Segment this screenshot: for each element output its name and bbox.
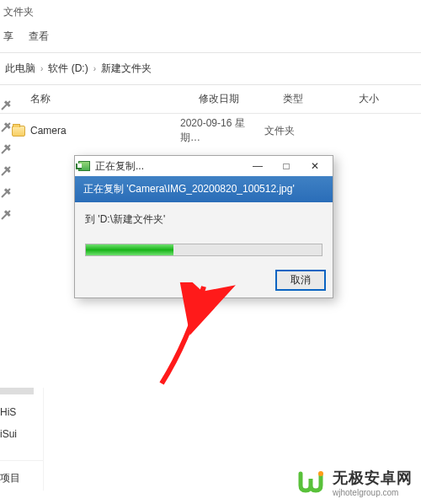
- svg-point-0: [318, 471, 323, 476]
- ribbon-share[interactable]: 享: [3, 29, 13, 44]
- watermark-subtitle: wjhotelgroup.com: [333, 488, 413, 497]
- column-headers: 名称 修改日期 类型 大小: [0, 85, 421, 114]
- cancel-button[interactable]: 取消: [275, 270, 326, 291]
- copy-icon: [78, 161, 90, 171]
- progress-fill: [86, 244, 173, 255]
- row-date: 2020-09-16 星期…: [180, 116, 264, 145]
- sidebar-item[interactable]: HiS: [0, 401, 43, 423]
- col-name[interactable]: 名称: [30, 92, 199, 106]
- sidebar-fragment: HiS iSui 项目: [0, 388, 44, 491]
- col-date[interactable]: 修改日期: [199, 92, 283, 106]
- row-name: Camera: [30, 125, 67, 137]
- maximize-button[interactable]: □: [272, 158, 301, 174]
- watermark-logo-icon: [296, 467, 326, 497]
- sidebar-divider: [0, 460, 43, 461]
- pin-icon: [0, 165, 12, 177]
- dialog-banner: 正在复制 'Camera\IMG_20200820_100512.jpg': [75, 176, 333, 202]
- copy-destination: 到 'D:\新建文件夹': [85, 212, 322, 227]
- pin-icon: [0, 187, 12, 199]
- pin-icon: [0, 121, 12, 133]
- folder-icon: [12, 126, 25, 137]
- pin-icon: [0, 209, 12, 221]
- breadcrumb-folder[interactable]: 新建文件夹: [101, 62, 152, 76]
- col-size[interactable]: 大小: [359, 92, 421, 106]
- minimize-button[interactable]: —: [243, 158, 272, 174]
- ribbon-toolbar: 享 查看: [0, 24, 421, 53]
- row-type: 文件夹: [264, 124, 340, 138]
- progress-bar: [85, 244, 322, 256]
- watermark: 无极安卓网 wjhotelgroup.com: [296, 467, 413, 497]
- dialog-title: 正在复制...: [95, 159, 243, 174]
- pin-icon: [0, 143, 12, 155]
- watermark-title: 无极安卓网: [333, 468, 413, 488]
- table-row[interactable]: Camera 2020-09-16 星期… 文件夹: [0, 114, 421, 147]
- copy-dialog: 正在复制... — □ ✕ 正在复制 'Camera\IMG_20200820_…: [74, 155, 333, 298]
- dialog-titlebar[interactable]: 正在复制... — □ ✕: [75, 156, 333, 176]
- close-button[interactable]: ✕: [301, 158, 329, 174]
- breadcrumb-root[interactable]: 此电脑: [5, 62, 35, 76]
- window-title-fragment: 文件夹: [0, 0, 421, 24]
- breadcrumb-drive[interactable]: 软件 (D:): [48, 62, 88, 76]
- col-type[interactable]: 类型: [283, 92, 359, 106]
- breadcrumb[interactable]: 此电脑 › 软件 (D:) › 新建文件夹: [0, 53, 421, 85]
- quick-access-pins: [2, 101, 10, 219]
- ribbon-view[interactable]: 查看: [29, 29, 49, 44]
- annotation-arrow: [145, 282, 246, 392]
- pin-icon: [0, 99, 12, 111]
- sidebar-item[interactable]: iSui: [0, 423, 43, 445]
- chevron-right-icon: ›: [93, 64, 96, 73]
- sidebar-footer: 项目: [0, 466, 43, 491]
- chevron-right-icon: ›: [40, 64, 43, 73]
- sidebar-handle: [0, 388, 34, 394]
